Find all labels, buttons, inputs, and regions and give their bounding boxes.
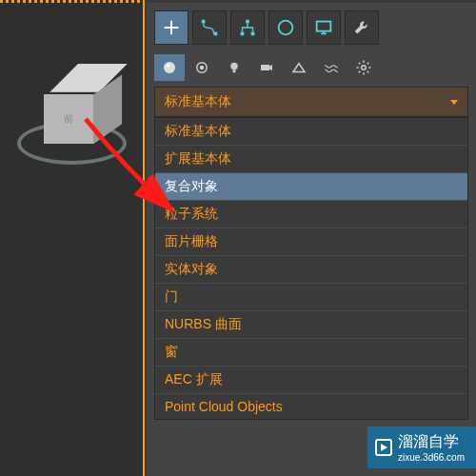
svg-rect-2 — [246, 20, 249, 24]
svg-rect-0 — [202, 20, 206, 24]
plus-icon — [161, 17, 182, 38]
dropdown-item[interactable]: Point Cloud Objects — [155, 394, 467, 419]
modify-tab[interactable] — [192, 10, 227, 45]
circle-icon — [275, 17, 296, 38]
watermark-main: 溜溜自学 — [398, 433, 459, 449]
shape-icon — [193, 59, 210, 76]
svg-point-11 — [230, 63, 238, 70]
svg-point-7 — [164, 62, 175, 73]
geometry-btn[interactable] — [154, 54, 185, 81]
wave-icon — [323, 59, 340, 76]
main-toolbar — [150, 7, 472, 49]
camera-icon — [258, 59, 275, 76]
systems-btn[interactable] — [348, 54, 379, 81]
chevron-down-icon — [450, 100, 458, 105]
svg-rect-4 — [251, 32, 255, 36]
dropdown-item[interactable]: 粒子系统 — [155, 201, 467, 228]
dropdown-item[interactable]: 标准基本体 — [155, 118, 467, 146]
motion-tab[interactable] — [268, 10, 303, 45]
dropdown-item[interactable]: AEC 扩展 — [155, 367, 467, 394]
dropdown-item[interactable]: 扩展基本体 — [155, 146, 467, 173]
dropdown-header-label: 标准基本体 — [165, 93, 231, 110]
wrench-icon — [351, 17, 372, 38]
watermark-sub: zixue.3d66.com — [398, 452, 465, 463]
viewport: 前 — [0, 0, 145, 476]
svg-point-10 — [200, 66, 205, 70]
utilities-tab[interactable] — [345, 10, 379, 45]
dropdown-item[interactable]: 门 — [155, 284, 467, 311]
hierarchy-tab[interactable] — [230, 10, 265, 45]
link-icon — [237, 17, 258, 38]
svg-rect-12 — [233, 69, 236, 72]
svg-rect-6 — [317, 22, 331, 31]
create-tab[interactable] — [154, 10, 188, 45]
helpers-btn[interactable] — [284, 54, 314, 81]
svg-point-8 — [166, 64, 170, 67]
sphere-icon — [161, 59, 178, 76]
svg-point-14 — [362, 66, 367, 70]
dropdown-item[interactable]: NURBS 曲面 — [155, 311, 467, 339]
light-icon — [226, 59, 243, 76]
category-toolbar — [150, 52, 472, 87]
watermark: 溜溜自学 zixue.3d66.com — [367, 426, 476, 468]
display-tab[interactable] — [307, 10, 341, 45]
monitor-icon — [313, 17, 334, 38]
shapes-btn[interactable] — [187, 54, 217, 81]
command-panel: 标准基本体 标准基本体扩展基本体复合对象粒子系统面片栅格实体对象门NURBS 曲… — [147, 3, 476, 476]
gear-icon — [355, 59, 372, 76]
category-dropdown-list: 标准基本体扩展基本体复合对象粒子系统面片栅格实体对象门NURBS 曲面窗AEC … — [154, 117, 468, 420]
lights-btn[interactable] — [219, 54, 249, 81]
dropdown-item[interactable]: 实体对象 — [155, 256, 467, 284]
helper-icon — [290, 59, 307, 76]
cameras-btn[interactable] — [251, 54, 282, 81]
dropdown-item[interactable]: 窗 — [155, 339, 467, 367]
dropdown-item[interactable]: 面片栅格 — [155, 228, 467, 256]
viewcube[interactable]: 前 — [14, 57, 129, 171]
dropdown-item[interactable]: 复合对象 — [155, 173, 467, 201]
svg-rect-13 — [261, 65, 269, 70]
spacewarps-btn[interactable] — [316, 54, 347, 81]
svg-point-5 — [279, 21, 293, 35]
play-icon — [375, 439, 392, 456]
svg-rect-3 — [241, 32, 245, 36]
bezier-icon — [199, 17, 220, 38]
category-dropdown-header[interactable]: 标准基本体 — [154, 87, 468, 117]
